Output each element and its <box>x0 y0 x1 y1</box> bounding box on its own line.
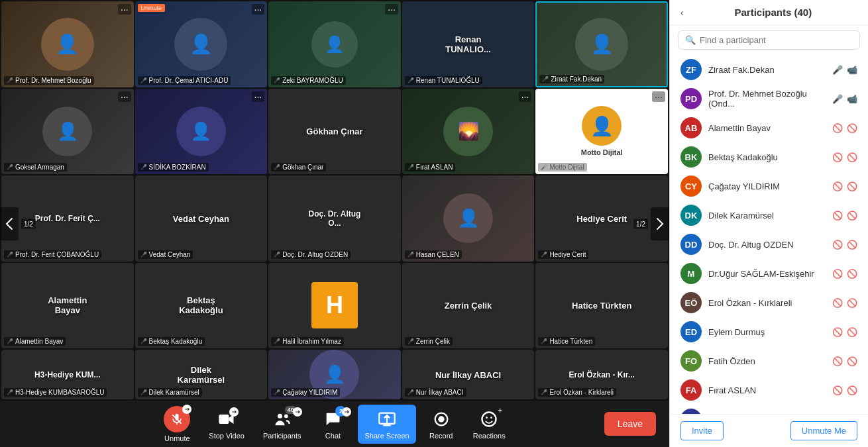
mic-muted-icon: 🚫 <box>832 356 843 366</box>
video-options-2[interactable]: ··· <box>252 4 265 15</box>
participant-name: Erol Özkan - Kırklareli <box>708 298 826 308</box>
participant-name: Prof. Dr. Mehmet Bozoğlu (Ond... <box>708 89 826 109</box>
unmute-badge-2[interactable]: Unmute <box>138 4 166 12</box>
panel-collapse-icon[interactable]: ‹ <box>680 7 684 18</box>
mic-muted-icon: 🚫 <box>832 298 843 308</box>
video-cell-3: 👤 ··· Zeki BAYRAMOĞLU <box>268 1 401 87</box>
share-screen-button[interactable]: Share Screen <box>358 405 415 444</box>
video-options-6[interactable]: ··· <box>118 91 131 102</box>
participant-icons: 🚫 🚫 <box>832 152 857 162</box>
video-options-3[interactable]: ··· <box>385 4 398 15</box>
reactions-label: Reactions <box>473 432 506 440</box>
video-cell-14: 👤 Hasan ÇELEN <box>402 175 535 262</box>
unmute-me-button[interactable]: Unmute Me <box>790 421 857 440</box>
record-button[interactable]: Record <box>421 405 461 444</box>
participant-name: Fatih Özden <box>708 356 826 366</box>
nav-prev[interactable] <box>0 207 19 240</box>
video-name-23: Çağatay YILDIRIM <box>271 388 340 397</box>
participant-name: Fırat ASLAN <box>708 385 826 395</box>
toolbar: Unmute Stop Video <box>0 401 669 447</box>
video-muted-icon: 🚫 <box>847 152 857 162</box>
video-name-16: Alamettin Bayav <box>4 337 66 346</box>
search-input[interactable] <box>700 35 853 45</box>
video-muted-icon: 🚫 <box>847 240 857 250</box>
mic-muted-icon: 🚫 <box>832 269 843 279</box>
video-options-9[interactable]: ··· <box>519 91 532 102</box>
list-item[interactable]: GA Goksel Armagan 🚫 🚫 <box>673 405 865 414</box>
leave-button[interactable]: Leave <box>604 412 656 436</box>
video-name-14: Hasan ÇELEN <box>405 250 462 259</box>
list-item[interactable]: EÖ Erol Özkan - Kırklareli 🚫 🚫 <box>673 288 865 317</box>
video-name-4: Renan TUNALIOĞLU <box>405 76 482 85</box>
list-item[interactable]: AB Alamettin Bayav 🚫 🚫 <box>673 113 865 142</box>
video-muted-icon: 🚫 <box>847 385 857 395</box>
video-name-17: Bektaş Kadakoğlu <box>138 337 205 346</box>
video-display-name-12: Vedat Ceyhan <box>173 213 229 223</box>
chat-button[interactable]: 2 Chat <box>313 405 353 444</box>
list-item[interactable]: DD Doç. Dr. Altug OZDEN 🚫 🚫 <box>673 230 865 259</box>
avatar: ED <box>680 321 702 342</box>
video-options-1[interactable]: ··· <box>118 4 131 15</box>
reactions-button[interactable]: + Reactions <box>466 405 512 444</box>
video-display-name-24: Nur İlkay ABACI <box>435 370 501 379</box>
avatar: EÖ <box>680 292 702 313</box>
avatar: DK <box>680 205 702 226</box>
video-cell-4: Renan TUNALIO... Renan TUNALIOĞLU <box>402 1 535 87</box>
video-name-3: Zeki BAYRAMOĞLU <box>271 76 346 85</box>
invite-button[interactable]: Invite <box>680 421 724 440</box>
participants-button[interactable]: 40 Participants <box>256 405 307 444</box>
video-cell-18: H Halil İbrahim Yılmaz <box>268 263 401 349</box>
participants-panel: ‹ Participants (40) 🔍 ZF Ziraat Fak.Deka… <box>669 0 868 447</box>
video-display-name-19: Zerrin Çelik <box>445 301 492 311</box>
mic-muted-icon: 🚫 <box>832 327 843 337</box>
participant-icons: 🚫 🚫 <box>832 181 857 191</box>
video-icon: 📹 <box>847 65 857 75</box>
participants-list: ZF Ziraat Fak.Dekan 🎤 📹 PD Prof. Dr. Meh… <box>670 55 868 414</box>
video-muted-icon: 🚫 <box>847 327 857 337</box>
list-item[interactable]: DK Dilek Karamürsel 🚫 🚫 <box>673 201 865 230</box>
video-name-12: Vedat Ceyhan <box>138 250 193 259</box>
avatar: AB <box>680 117 702 138</box>
nav-next[interactable] <box>651 207 669 240</box>
list-item[interactable]: BK Bektaş Kadakoğlu 🚫 🚫 <box>673 142 865 172</box>
stop-video-button[interactable]: Stop Video <box>202 405 251 444</box>
participant-name: Eylem Durmuş <box>708 327 826 337</box>
video-display-name-4: Renan TUNALIO... <box>435 34 502 54</box>
video-cell-17: Bektaş Kadakoğlu Bektaş Kadakoğlu <box>135 263 268 349</box>
avatar: BK <box>680 146 702 168</box>
avatar: FO <box>680 350 702 372</box>
video-options-10[interactable]: ··· <box>652 91 665 102</box>
video-cell-5: 👤 Ziraat Fak.Dekan <box>535 1 668 87</box>
video-name-13: Doç. Dr. Altug OZDEN <box>271 250 351 259</box>
list-item[interactable]: PD Prof. Dr. Mehmet Bozoğlu (Ond... 🎤 📹 <box>673 84 865 113</box>
list-item[interactable]: ED Eylem Durmuş 🚫 🚫 <box>673 317 865 346</box>
participant-icons: 🚫 🚫 <box>832 240 857 250</box>
video-cell-22: Dilek Karamürsel Dilek Karamürsel <box>135 350 268 399</box>
participant-name: Çağatay YILDIRIM <box>708 181 826 191</box>
svg-point-9 <box>486 417 488 419</box>
list-item[interactable]: M Dr.Uğur SAĞLAM-Eskişehir 🚫 🚫 <box>673 259 865 288</box>
video-name-5: Ziraat Fak.Dekan <box>539 75 604 83</box>
list-item[interactable]: CY Çağatay YILDIRIM 🚫 🚫 <box>673 172 865 201</box>
avatar: DD <box>680 234 702 255</box>
record-label: Record <box>429 432 453 440</box>
mic-muted-icon: 🚫 <box>832 211 843 221</box>
video-display-name-22: Dilek Karamürsel <box>168 365 234 385</box>
list-item[interactable]: FO Fatih Özden 🚫 🚫 <box>673 346 865 375</box>
unmute-button[interactable]: Unmute <box>157 402 197 446</box>
list-item[interactable]: FA Fırat ASLAN 🚫 🚫 <box>673 375 865 405</box>
stop-video-label: Stop Video <box>209 432 244 440</box>
list-item[interactable]: ZF Ziraat Fak.Dekan 🎤 📹 <box>673 55 865 84</box>
mic-muted-icon: 🚫 <box>832 123 843 133</box>
participant-name: Doç. Dr. Altug OZDEN <box>708 240 826 250</box>
participant-icons: 🚫 🚫 <box>832 298 857 308</box>
video-display-name-15: Hediye Cerit <box>576 213 627 223</box>
unmute-label: Unmute <box>164 434 190 442</box>
video-muted-icon: 🚫 <box>847 269 857 279</box>
participants-label: Participants <box>263 432 301 440</box>
participant-icons: 🚫 🚫 <box>832 385 857 395</box>
video-options-7[interactable]: ··· <box>252 91 265 102</box>
video-name-15: Hediye Cerit <box>538 250 588 259</box>
video-name-7: SİDİKA BOZKİRAN <box>138 163 209 172</box>
video-name-6: Goksel Armagan <box>4 163 67 172</box>
